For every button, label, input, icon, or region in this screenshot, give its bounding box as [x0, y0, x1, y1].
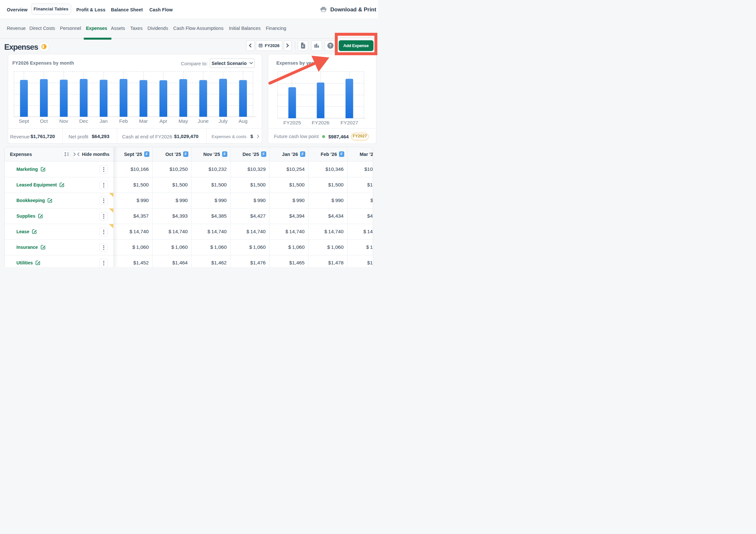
svg-text:Apr: Apr	[159, 118, 167, 124]
svg-text:Jan: Jan	[100, 118, 108, 124]
svg-text:Nov: Nov	[59, 118, 68, 124]
svg-text:Sept: Sept	[19, 118, 30, 124]
svg-text:Dec: Dec	[79, 118, 88, 124]
svg-text:May: May	[178, 118, 188, 124]
svg-text:June: June	[198, 118, 209, 124]
svg-text:FY2025: FY2025	[284, 120, 301, 126]
svg-text:Mar: Mar	[139, 118, 148, 124]
svg-text:FY2026: FY2026	[312, 120, 329, 126]
svg-text:Oct: Oct	[40, 118, 48, 124]
svg-text:Feb: Feb	[119, 118, 128, 124]
svg-text:FY2027: FY2027	[341, 120, 358, 126]
svg-text:July: July	[219, 118, 228, 124]
svg-text:Aug: Aug	[239, 118, 248, 124]
